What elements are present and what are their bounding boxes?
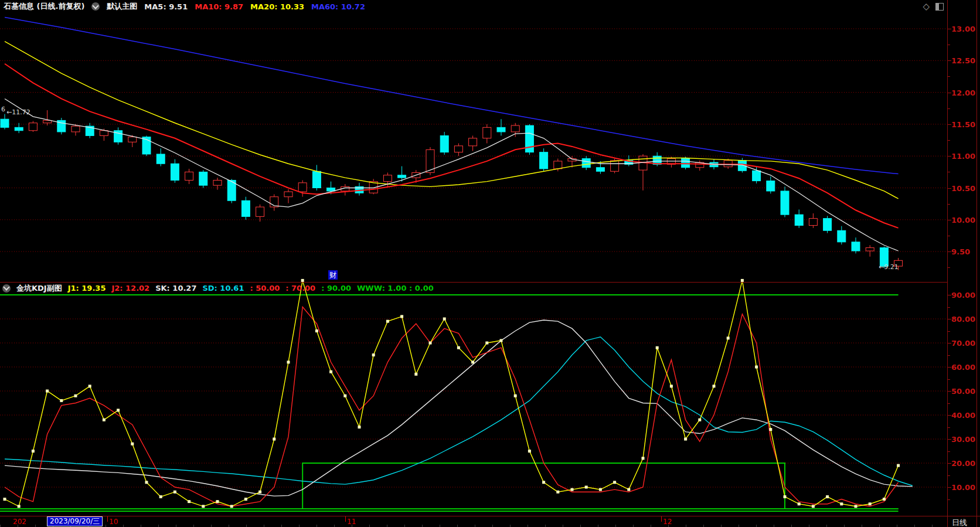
selected-date-box[interactable]: 2023/09/20/三 xyxy=(47,516,103,526)
axis-minor-tick xyxy=(948,403,950,404)
main-price-axis: 13.0012.5012.0011.5011.0010.5010.009.50 xyxy=(948,13,980,282)
month-tick xyxy=(107,516,108,522)
axis-minor-tick xyxy=(948,204,950,205)
ma10-value-label: MA10: 9.87 xyxy=(195,2,243,11)
chevron-down-circle-icon[interactable] xyxy=(91,2,100,11)
axis-label: 10.00 xyxy=(951,216,978,225)
kdj-level-90: : 90.00 xyxy=(321,284,351,293)
axis-minor-tick xyxy=(948,267,950,268)
stock-title: 石基信息 (日线.前复权) xyxy=(4,1,84,12)
price-annotation: 6 xyxy=(1,106,5,113)
event-marker-tag[interactable]: 财 xyxy=(328,270,338,280)
axis-minor-tick xyxy=(948,307,950,308)
year-label: 202 xyxy=(13,518,26,526)
period-label[interactable]: 日线 xyxy=(952,518,967,527)
kdj-level-50: : 50.00 xyxy=(250,284,280,293)
header-tools: ◇ xyxy=(923,1,944,12)
axis-label: 9.50 xyxy=(951,247,978,256)
ma60-value-label: MA60: 10.72 xyxy=(311,2,365,11)
axis-minor-tick xyxy=(948,427,950,428)
axis-minor-tick xyxy=(948,236,950,236)
kdj-indicator-chart[interactable] xyxy=(0,276,948,516)
kdj-title[interactable]: 金坑KDJ副图 xyxy=(16,283,62,294)
kdj-value-axis: 90.0080.0070.0060.0050.0040.0030.0020.00… xyxy=(948,276,980,516)
axis-minor-tick xyxy=(948,451,950,452)
axis-label: 50.00 xyxy=(951,387,978,396)
axis-label: 90.00 xyxy=(951,291,978,300)
chevron-down-circle-icon-kdj[interactable] xyxy=(2,284,11,293)
candlestick-chart[interactable] xyxy=(0,13,948,282)
main-overlay-label[interactable]: 默认主图 xyxy=(107,1,137,12)
axis-label: 30.00 xyxy=(951,435,978,444)
price-annotation: ←11.72 xyxy=(6,108,30,116)
axis-label: 12.50 xyxy=(951,56,978,65)
diamond-icon[interactable]: ◇ xyxy=(923,2,930,11)
month-label: 10 xyxy=(109,518,118,526)
axis-minor-tick xyxy=(948,172,950,172)
axis-minor-tick xyxy=(948,379,950,380)
axis-label: 11.50 xyxy=(951,120,978,129)
axis-minor-tick xyxy=(948,475,950,476)
kdj-level-70: : 70.00 xyxy=(285,284,315,293)
axis-minor-tick xyxy=(948,355,950,356)
month-tick xyxy=(345,516,346,522)
axis-label: 40.00 xyxy=(951,411,978,420)
kdj-sd-value: SD: 10.61 xyxy=(202,284,244,293)
axis-minor-tick xyxy=(948,499,950,500)
axis-label: 20.00 xyxy=(951,459,978,468)
trading-app-window: 石基信息 (日线.前复权) 默认主图 MA5: 9.51 MA10: 9.87 … xyxy=(0,0,980,527)
axis-minor-tick xyxy=(948,76,950,77)
timeline-bar[interactable]: 202 2023/09/20/三 101112 日线 xyxy=(0,516,980,527)
ma20-value-label: MA20: 10.33 xyxy=(250,2,304,11)
axis-label: 10.50 xyxy=(951,184,978,193)
axis-minor-tick xyxy=(948,108,950,109)
axis-label: 12.00 xyxy=(951,89,978,97)
kdj-j1-value: J1: 19.35 xyxy=(68,284,106,293)
axis-minor-tick xyxy=(948,140,950,141)
timeline-mini-ticks xyxy=(0,525,947,527)
axis-minor-tick xyxy=(948,331,950,332)
axis-label: 60.00 xyxy=(951,363,978,372)
month-label: 12 xyxy=(663,518,672,526)
axis-label: 10.00 xyxy=(951,483,978,492)
kdj-www-value: WWW: 1.00 : 0.00 xyxy=(357,284,434,293)
header-bar: 石基信息 (日线.前复权) 默认主图 MA5: 9.51 MA10: 9.87 … xyxy=(0,0,980,13)
panel-separator-line xyxy=(0,282,948,283)
axis-label: 80.00 xyxy=(951,315,978,324)
panel-layout-icon[interactable] xyxy=(935,3,944,11)
axis-minor-tick xyxy=(948,45,950,45)
axis-label: 13.00 xyxy=(951,25,978,33)
month-label: 11 xyxy=(347,518,356,526)
kdj-header-bar: 金坑KDJ副图 J1: 19.35 J2: 12.02 SK: 10.27 SD… xyxy=(0,283,946,294)
kdj-j2-value: J2: 12.02 xyxy=(111,284,149,293)
kdj-sk-value: SK: 10.27 xyxy=(155,284,196,293)
price-annotation: ←9.21 xyxy=(879,263,899,271)
ma5-value-label: MA5: 9.51 xyxy=(144,2,188,11)
axis-label: 70.00 xyxy=(951,339,978,348)
month-tick xyxy=(661,516,662,522)
axis-label: 11.00 xyxy=(951,152,978,161)
